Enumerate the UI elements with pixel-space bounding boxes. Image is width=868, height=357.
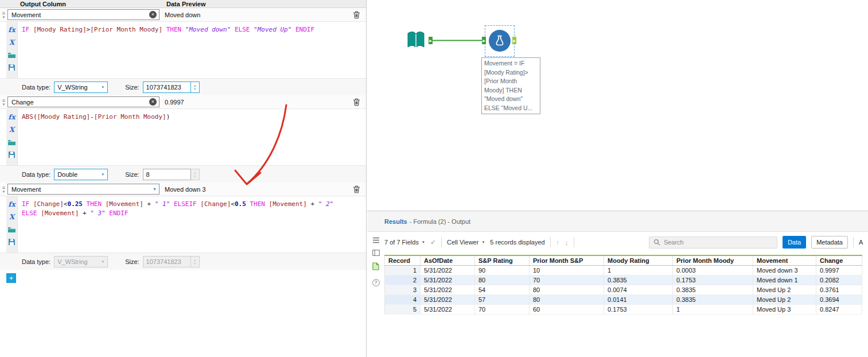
up-arrow-icon[interactable]: ↑ [556, 238, 560, 247]
drag-handle[interactable]: ≡ ▼ [0, 185, 7, 193]
data-cell[interactable]: 1 [604, 266, 673, 275]
grid-options-icon[interactable] [371, 235, 380, 245]
formula-expression[interactable]: IF [Moody Rating]>[Prior Month Moody] TH… [22, 25, 349, 34]
metadata-tab-button[interactable]: Metadata [811, 236, 848, 249]
help-icon[interactable]: ? [371, 278, 380, 287]
data-cell[interactable]: 0.3835 [673, 285, 753, 295]
data-cell[interactable]: 80 [530, 295, 604, 305]
fields-summary-dropdown[interactable]: 7 of 7 Fields ▼ [384, 239, 425, 246]
data-type-dropdown[interactable]: V_WString ▼ [54, 82, 108, 93]
column-header-asofdate[interactable]: AsOfDate [421, 255, 475, 266]
data-cell[interactable]: 5/31/2022 [421, 275, 475, 285]
data-cell[interactable]: 0.1753 [673, 275, 753, 285]
delete-formula-button[interactable] [349, 9, 363, 21]
data-cell[interactable]: 80 [475, 275, 530, 285]
cell-viewer-dropdown[interactable]: Cell Viewer ▼ [447, 239, 485, 246]
clear-icon[interactable]: × [149, 11, 157, 18]
data-cell[interactable]: 5/31/2022 [421, 266, 475, 275]
column-header-s-p-rating[interactable]: S&P Rating [475, 255, 530, 266]
record-cell[interactable]: 3 [385, 285, 421, 295]
functions-icon[interactable]: fx [7, 25, 17, 34]
data-cell[interactable]: 0.2082 [816, 275, 862, 285]
record-cell[interactable]: 4 [385, 295, 421, 305]
data-cell[interactable]: 0.3761 [816, 285, 862, 295]
data-cell[interactable]: Moved down 3 [753, 266, 816, 275]
drag-handle[interactable]: ≡ ▼ [0, 98, 7, 106]
functions-icon[interactable]: fx [7, 112, 17, 122]
size-input[interactable]: 8 [143, 169, 191, 180]
data-cell[interactable]: Moved Up 2 [753, 285, 816, 295]
data-cell[interactable]: 0.9997 [816, 266, 862, 275]
delete-formula-button[interactable] [349, 184, 363, 195]
output-anchor-icon[interactable] [371, 262, 380, 271]
formula-expression[interactable]: IF [Change]<0.25 THEN [Movement] + " 1" … [22, 200, 349, 218]
record-cell[interactable]: 5 [385, 305, 421, 315]
layout-pane-icon[interactable] [371, 248, 380, 257]
data-cell[interactable]: 0.3835 [673, 295, 753, 305]
data-cell[interactable]: 5/31/2022 [421, 295, 475, 305]
column-header-prior-month-moody[interactable]: Prior Month Moody [673, 255, 753, 266]
formula-tool-input-anchor[interactable]: ▶ [482, 37, 486, 44]
column-header-movement[interactable]: Movement [753, 255, 816, 266]
down-arrow-icon[interactable]: ↓ [565, 238, 569, 247]
column-header-moody-rating[interactable]: Moody Rating [604, 255, 673, 266]
tool-annotation[interactable]: Movement = IF[Moody Rating]>[Prior Month… [481, 57, 540, 114]
data-cell[interactable]: 60 [530, 305, 604, 315]
data-cell[interactable]: 5/31/2022 [421, 285, 475, 295]
delete-formula-button[interactable] [349, 96, 363, 108]
size-input[interactable]: 1073741823 [143, 82, 191, 93]
data-cell[interactable]: 80 [530, 285, 604, 295]
functions-icon[interactable]: fx [7, 199, 17, 209]
columns-icon[interactable]: X [7, 212, 17, 222]
data-cell[interactable]: 10 [530, 266, 604, 275]
data-cell[interactable]: 70 [475, 305, 530, 315]
columns-icon[interactable]: X [7, 125, 17, 134]
table-row[interactable]: 35/31/202254800.00740.3835Moved Up 20.37… [385, 285, 862, 295]
record-cell[interactable]: 2 [385, 275, 421, 285]
table-row[interactable]: 55/31/202270600.17531Moved Up 30.8247 [385, 305, 862, 315]
drag-handle[interactable]: ≡ ▼ [0, 11, 7, 19]
data-cell[interactable]: 5/31/2022 [421, 305, 475, 315]
data-cell[interactable]: 70 [530, 275, 604, 285]
formula-tool[interactable] [489, 30, 511, 52]
save-expression-icon[interactable] [7, 237, 17, 247]
data-cell[interactable]: 0.0141 [604, 295, 673, 305]
save-expression-icon[interactable] [7, 63, 17, 72]
column-header-prior-month-s-p[interactable]: Prior Month S&P [530, 255, 604, 266]
column-header-record[interactable]: Record [385, 255, 421, 266]
table-row[interactable]: 25/31/202280700.38350.1753Moved down 10.… [385, 275, 862, 285]
data-type-dropdown[interactable]: Double ▼ [54, 169, 108, 180]
saved-expressions-folder-icon[interactable] [7, 50, 17, 60]
data-tab-button[interactable]: Data [783, 236, 806, 249]
workflow-canvas[interactable]: ▶ ▶ ▶ Movement = IF[Moody Rating]>[Prior… [367, 0, 868, 211]
data-cell[interactable]: 54 [475, 285, 530, 295]
data-cell[interactable]: 0.3835 [604, 275, 673, 285]
input-data-tool[interactable] [404, 29, 428, 53]
search-input[interactable]: Search [649, 236, 777, 249]
saved-expressions-folder-icon[interactable] [7, 224, 17, 234]
data-cell[interactable]: 0.0003 [673, 266, 753, 275]
output-column-input[interactable]: Movement × [7, 9, 159, 20]
record-cell[interactable]: 1 [385, 266, 421, 275]
data-cell[interactable]: 0.1753 [604, 305, 673, 315]
data-cell[interactable]: 0.8247 [816, 305, 862, 315]
column-header-change[interactable]: Change [816, 255, 862, 266]
add-formula-button[interactable]: + [6, 273, 16, 283]
data-cell[interactable]: Moved Up 2 [753, 295, 816, 305]
apply-check-icon[interactable]: ✓ [430, 238, 436, 246]
size-spinner[interactable]: ▲▼ [191, 82, 200, 93]
output-column-dropdown[interactable]: Movement ▼ [7, 184, 159, 195]
input-tool-output-anchor[interactable]: ▶ [429, 37, 433, 44]
formula-expression[interactable]: ABS([Moody Rating]-[Prior Month Moody]) [22, 112, 349, 122]
data-cell[interactable]: 0.3694 [816, 295, 862, 305]
data-cell[interactable]: Moved down 1 [753, 275, 816, 285]
output-column-input[interactable]: Change × [7, 96, 159, 107]
data-cell[interactable]: 57 [475, 295, 530, 305]
saved-expressions-folder-icon[interactable] [7, 137, 17, 147]
table-row[interactable]: 45/31/202257800.01410.3835Moved Up 20.36… [385, 295, 862, 305]
save-expression-icon[interactable] [7, 150, 17, 160]
data-cell[interactable]: Moved Up 3 [753, 305, 816, 315]
columns-icon[interactable]: X [7, 37, 17, 47]
data-cell[interactable]: 90 [475, 266, 530, 275]
clear-icon[interactable]: × [149, 98, 157, 106]
